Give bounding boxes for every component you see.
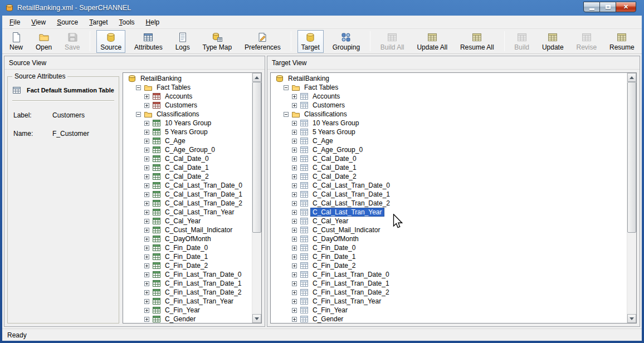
expand-icon[interactable] xyxy=(292,246,297,251)
menu-target[interactable]: Target xyxy=(84,16,113,28)
tree-item-10-years-group[interactable]: 10 Years Group xyxy=(271,119,627,128)
tree-item-c-age-group-0[interactable]: C_Age_Group_0 xyxy=(123,145,252,154)
expand-icon[interactable] xyxy=(292,237,297,242)
expand-icon[interactable] xyxy=(144,237,149,242)
target-button[interactable]: Target xyxy=(297,30,324,53)
expand-icon[interactable] xyxy=(292,281,297,286)
menu-help[interactable]: Help xyxy=(140,16,165,28)
tree-item-c-cal-last-tran-date-2[interactable]: C_Cal_Last_Tran_Date_2 xyxy=(271,199,627,208)
expand-icon[interactable] xyxy=(292,103,297,108)
expand-icon[interactable] xyxy=(144,94,149,99)
target-tree-scrollbar[interactable] xyxy=(627,73,636,323)
tree-item-c-cal-date-0[interactable]: C_Cal_Date_0 xyxy=(123,154,252,163)
expand-icon[interactable] xyxy=(292,139,297,144)
tree-item-c-fin-last-tran-date-2[interactable]: C_Fin_Last_Tran_Date_2 xyxy=(123,288,252,297)
collapse-icon[interactable] xyxy=(284,85,289,90)
expand-icon[interactable] xyxy=(292,192,297,197)
collapse-icon[interactable] xyxy=(136,85,141,90)
new-button[interactable]: New xyxy=(6,30,27,53)
tree-item-fact-tables[interactable]: Fact Tables xyxy=(271,83,627,92)
tree-item-c-cust-mail-indicator[interactable]: C_Cust_Mail_Indicator xyxy=(271,226,627,234)
maximize-button[interactable] xyxy=(600,2,616,12)
expand-icon[interactable] xyxy=(292,228,297,233)
tree-item-c-fin-last-tran-date-1[interactable]: C_Fin_Last_Tran_Date_1 xyxy=(123,279,252,288)
menu-source[interactable]: Source xyxy=(51,16,84,28)
tree-item-c-age[interactable]: C_Age xyxy=(123,136,252,145)
scroll-up-button[interactable] xyxy=(627,73,636,82)
tree-item-c-fin-date-2[interactable]: C_Fin_Date_2 xyxy=(123,261,252,270)
tree-item-c-fin-last-tran-year[interactable]: C_Fin_Last_Tran_Year xyxy=(123,297,252,306)
collapse-icon[interactable] xyxy=(284,112,289,117)
expand-icon[interactable] xyxy=(144,192,149,197)
expand-icon[interactable] xyxy=(292,94,297,99)
scrollbar-track[interactable] xyxy=(252,82,261,314)
menu-file[interactable]: File xyxy=(4,16,26,28)
tree-item-c-age[interactable]: C_Age xyxy=(271,136,627,145)
tree-item-c-dayofmonth[interactable]: C_DayOfMonth xyxy=(271,234,627,243)
tree-item-c-cal-date-1[interactable]: C_Cal_Date_1 xyxy=(123,163,252,172)
expand-icon[interactable] xyxy=(144,299,149,304)
update-all-button[interactable]: Update All xyxy=(413,30,451,53)
tree-item-c-age-group-0[interactable]: C_Age_Group_0 xyxy=(271,145,627,154)
expand-icon[interactable] xyxy=(144,308,149,313)
menu-tools[interactable]: Tools xyxy=(114,16,140,28)
expand-icon[interactable] xyxy=(292,299,297,304)
tree-item-c-cal-date-1[interactable]: C_Cal_Date_1 xyxy=(271,163,627,172)
expand-icon[interactable] xyxy=(292,183,297,188)
tree-item-c-gender[interactable]: C_Gender xyxy=(123,315,252,323)
grouping-button[interactable]: Grouping xyxy=(329,30,364,53)
attributes-button[interactable]: Attributes xyxy=(130,30,167,53)
tree-item-c-cal-last-tran-year[interactable]: C_Cal_Last_Tran_Year xyxy=(271,208,627,217)
expand-icon[interactable] xyxy=(292,130,297,135)
scrollbar-thumb[interactable] xyxy=(627,82,636,233)
source-button[interactable]: Source xyxy=(96,30,125,53)
tree-item-classifications[interactable]: Classifications xyxy=(123,110,252,119)
expand-icon[interactable] xyxy=(144,174,149,179)
tree-item-c-fin-date-2[interactable]: C_Fin_Date_2 xyxy=(271,261,627,270)
expand-icon[interactable] xyxy=(144,219,149,224)
resume-all-button[interactable]: Resume All xyxy=(456,30,498,53)
expand-icon[interactable] xyxy=(144,210,149,215)
expand-icon[interactable] xyxy=(292,254,297,259)
expand-icon[interactable] xyxy=(144,130,149,135)
expand-icon[interactable] xyxy=(292,201,297,206)
update-button[interactable]: Update xyxy=(538,30,568,53)
tree-item-c-fin-last-tran-year[interactable]: C_Fin_Last_Tran_Year xyxy=(271,297,627,306)
type-map-button[interactable]: Type Map xyxy=(199,30,236,53)
expand-icon[interactable] xyxy=(292,308,297,313)
tree-item-c-fin-last-tran-date-1[interactable]: C_Fin_Last_Tran_Date_1 xyxy=(271,279,627,288)
expand-icon[interactable] xyxy=(144,246,149,251)
scrollbar-track[interactable] xyxy=(627,82,636,314)
scroll-down-button[interactable] xyxy=(627,314,636,323)
menu-view[interactable]: View xyxy=(26,16,51,28)
expand-icon[interactable] xyxy=(144,317,149,322)
tree-item-c-fin-last-tran-date-0[interactable]: C_Fin_Last_Tran_Date_0 xyxy=(123,270,252,279)
scrollbar-thumb[interactable] xyxy=(252,82,261,233)
expand-icon[interactable] xyxy=(292,121,297,126)
expand-icon[interactable] xyxy=(144,183,149,188)
expand-icon[interactable] xyxy=(144,201,149,206)
tree-item-c-cal-last-tran-date-1[interactable]: C_Cal_Last_Tran_Date_1 xyxy=(271,190,627,199)
tree-item-accounts[interactable]: Accounts xyxy=(123,92,252,101)
tree-item-customers[interactable]: Customers xyxy=(271,101,627,110)
tree-item-c-fin-year[interactable]: C_Fin_Year xyxy=(123,306,252,315)
tree-item-10-years-group[interactable]: 10 Years Group xyxy=(123,119,252,128)
expand-icon[interactable] xyxy=(144,228,149,233)
expand-icon[interactable] xyxy=(292,317,297,322)
open-button[interactable]: Open xyxy=(32,30,56,53)
tree-item-c-cal-last-tran-date-0[interactable]: C_Cal_Last_Tran_Date_0 xyxy=(123,181,252,190)
expand-icon[interactable] xyxy=(144,121,149,126)
tree-item-c-cal-year[interactable]: C_Cal_Year xyxy=(123,217,252,226)
tree-item-classifications[interactable]: Classifications xyxy=(271,110,627,119)
tree-item-5-years-group[interactable]: 5 Years Group xyxy=(123,128,252,136)
expand-icon[interactable] xyxy=(292,272,297,277)
expand-icon[interactable] xyxy=(144,165,149,170)
close-button[interactable]: ✕ xyxy=(616,2,636,12)
tree-item-fact-tables[interactable]: Fact Tables xyxy=(123,83,252,92)
expand-icon[interactable] xyxy=(292,290,297,295)
tree-item-c-cal-date-0[interactable]: C_Cal_Date_0 xyxy=(271,154,627,163)
collapse-icon[interactable] xyxy=(136,112,141,117)
expand-icon[interactable] xyxy=(144,103,149,108)
tree-item-customers[interactable]: Customers xyxy=(123,101,252,110)
expand-icon[interactable] xyxy=(292,219,297,224)
